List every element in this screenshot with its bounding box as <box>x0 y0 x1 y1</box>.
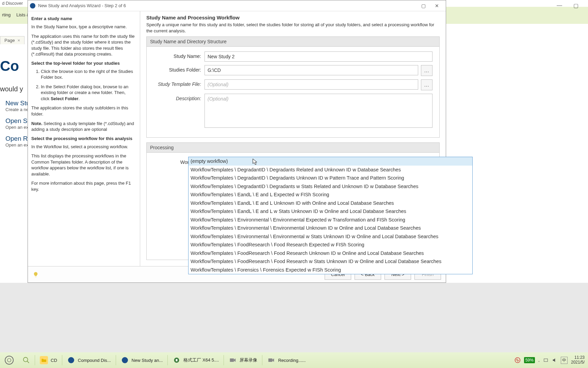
group-header: Study Name and Directory Structure <box>147 37 439 47</box>
dropdown-item[interactable]: WorkflowTemplates \ EandL \ E and L Unkn… <box>189 199 472 208</box>
dropdown-item[interactable]: WorkflowTemplates \ Environmental \ Envi… <box>189 216 472 224</box>
svg-rect-8 <box>544 359 548 362</box>
studies-folder-input[interactable] <box>205 65 418 75</box>
taskbar-separator <box>62 355 62 365</box>
search-icon <box>22 356 30 364</box>
folder-icon <box>40 356 48 364</box>
battery-indicator[interactable]: 59% <box>524 357 535 363</box>
taskbar-item[interactable]: 屏幕录像 <box>225 352 261 368</box>
taskbar-label: 屏幕录像 <box>240 357 257 363</box>
dropdown-item[interactable]: (empty workflow) <box>189 157 472 166</box>
close-icon[interactable]: × <box>17 38 20 43</box>
taskbar-item[interactable]: Recording...... <box>263 352 310 368</box>
help-para: In the Study Name box, type a descriptiv… <box>31 24 135 30</box>
bg-window-controls: — ▢ <box>551 0 584 11</box>
start-button[interactable] <box>0 352 18 368</box>
dropdown-item[interactable]: WorkflowTemplates \ Environmental \ Envi… <box>189 232 472 241</box>
network-icon[interactable] <box>543 357 549 363</box>
cursor-icon <box>252 158 258 165</box>
taskbar-label: 格式工厂 X64 5.... <box>183 357 219 363</box>
taskbar[interactable]: CD Compound Dis... New Study an... 格式工厂 … <box>0 352 588 368</box>
help-para: The application stores the study subfold… <box>31 105 135 117</box>
svg-point-0 <box>7 358 11 362</box>
help-heading-2: Select the top-level folder for your stu… <box>31 61 135 66</box>
browse-folder-button[interactable]: ... <box>421 65 432 76</box>
dropdown-item[interactable]: WorkflowTemplates \ FoodResearch \ Food … <box>189 257 472 266</box>
taskbar-separator <box>35 355 35 365</box>
bg-link-openr[interactable]: Open R Open an exi <box>5 135 29 148</box>
app-icon <box>30 3 35 9</box>
svg-point-1 <box>23 357 28 362</box>
dropdown-item[interactable]: WorkflowTemplates \ Environmental \ Envi… <box>189 224 472 232</box>
help-para: For more information about this page, pr… <box>31 180 135 192</box>
dropdown-item[interactable]: WorkflowTemplates \ EandL \ E and L Expe… <box>189 190 472 199</box>
help-para: This list displays the processing workfl… <box>31 153 135 177</box>
workflow-dropdown-list[interactable]: (empty workflow) WorkflowTemplates \ Deg… <box>188 157 473 274</box>
svg-rect-6 <box>268 358 273 362</box>
maximize-button[interactable]: ▢ <box>416 2 430 10</box>
dialog-titlebar[interactable]: New Study and Analysis Wizard - Step 2 o… <box>28 0 446 11</box>
svg-rect-4 <box>176 359 178 362</box>
svg-line-2 <box>27 361 29 363</box>
taskbar-separator <box>262 355 262 365</box>
app-icon <box>121 356 129 364</box>
lightbulb-icon[interactable] <box>33 272 39 278</box>
bg-link-openst[interactable]: Open St Open an exi <box>5 117 29 130</box>
content-heading: Study Name and Processing Workflow <box>146 15 440 20</box>
volume-icon[interactable] <box>552 357 557 363</box>
dropdown-item[interactable]: WorkflowTemplates \ FoodResearch \ Food … <box>189 241 472 249</box>
pulse-icon[interactable] <box>514 357 521 363</box>
svg-rect-5 <box>230 358 234 362</box>
template-file-input[interactable] <box>205 79 418 90</box>
record-icon <box>267 356 275 364</box>
help-heading-3: Select the processing workflow for this … <box>31 136 135 141</box>
clock[interactable]: 11:23 2021/5/ <box>571 355 585 365</box>
bg-minimize-button[interactable]: — <box>551 0 568 11</box>
help-para: In the Workflow list, select a processin… <box>31 144 135 150</box>
bg-logo-text: Co <box>0 58 19 74</box>
help-list-item: In the Select Folder dialog box, browse … <box>41 84 135 102</box>
record-icon <box>229 356 237 364</box>
content-subheading: Specify a unique name for this study and… <box>146 22 440 34</box>
taskbar-label: Compound Dis... <box>78 358 111 363</box>
taskbar-item[interactable]: New Study an... <box>117 352 167 368</box>
browse-template-button[interactable]: ... <box>421 79 432 90</box>
bg-maximize-button[interactable]: ▢ <box>568 0 584 11</box>
tray-chevron-icon[interactable]: ꞈ <box>538 358 540 363</box>
bg-tab-label: Page <box>4 38 15 43</box>
taskbar-item[interactable]: 格式工厂 X64 5.... <box>168 352 223 368</box>
bg-tab[interactable]: Page × <box>0 36 24 44</box>
study-name-label: Study Name: <box>153 51 205 59</box>
ime-indicator[interactable]: 中 <box>561 357 568 364</box>
bg-ribbon-label1: rting <box>2 12 11 17</box>
close-button[interactable]: ✕ <box>430 2 444 10</box>
template-file-label: Study Template File: <box>153 79 205 87</box>
taskbar-label: New Study an... <box>132 358 163 363</box>
system-tray[interactable]: 59% ꞈ 中 11:23 2021/5/ <box>514 355 588 365</box>
studies-folder-label: Studies Folder: <box>153 65 205 73</box>
dialog-title: New Study and Analysis Wizard - Step 2 o… <box>38 3 416 8</box>
taskbar-item[interactable]: Compound Dis... <box>63 352 115 368</box>
taskbar-search[interactable] <box>18 352 34 368</box>
group-header: Processing <box>147 143 439 153</box>
taskbar-separator <box>167 355 168 365</box>
bg-prompt: would y <box>0 85 23 93</box>
help-heading-1: Enter a study name <box>31 16 135 21</box>
app-icon <box>173 356 181 364</box>
study-name-input[interactable] <box>205 51 432 62</box>
taskbar-label: Recording...... <box>278 358 306 363</box>
dropdown-item[interactable]: WorkflowTemplates \ Forensics \ Forensic… <box>189 266 472 274</box>
dropdown-item[interactable]: WorkflowTemplates \ FoodResearch \ Food … <box>189 249 472 258</box>
help-para: The application uses this name for both … <box>31 33 135 57</box>
group-study-name: Study Name and Directory Structure Study… <box>146 36 440 138</box>
start-icon <box>5 356 14 365</box>
help-panel: Enter a study name In the Study Name box… <box>28 11 140 266</box>
taskbar-item[interactable]: CD <box>36 352 61 368</box>
dropdown-item[interactable]: WorkflowTemplates \ DegradantID \ Degrad… <box>189 174 472 182</box>
bg-title-fragment: d Discover <box>2 1 23 6</box>
description-input[interactable] <box>205 94 432 128</box>
dropdown-item[interactable]: WorkflowTemplates \ EandL \ E and L w St… <box>189 207 472 216</box>
app-icon <box>67 356 75 364</box>
dropdown-item[interactable]: WorkflowTemplates \ DegradantID \ Degrad… <box>189 166 472 174</box>
dropdown-item[interactable]: WorkflowTemplates \ DegradantID \ Degrad… <box>189 182 472 191</box>
